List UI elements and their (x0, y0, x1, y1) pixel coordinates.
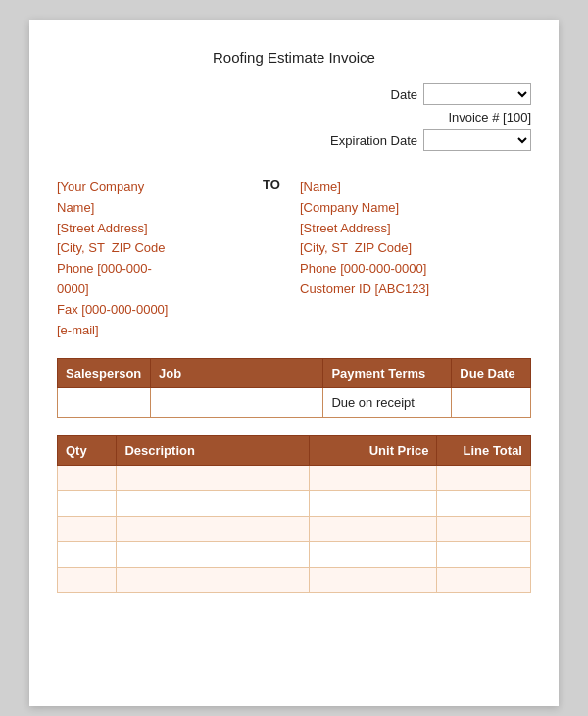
date-select[interactable] (423, 83, 531, 105)
items-row-4 (58, 568, 531, 593)
th-payment-terms: Payment Terms (323, 359, 452, 388)
items-row-3 (58, 542, 531, 568)
th-qty: Qty (58, 436, 117, 466)
items-cell-unit_price-1[interactable] (309, 491, 437, 517)
from-line-2: Name] (57, 198, 263, 219)
sales-job-cell[interactable] (151, 388, 323, 418)
items-cell-qty-0[interactable] (58, 466, 117, 491)
from-line-8: [e-mail] (57, 321, 263, 341)
items-row-1 (58, 491, 531, 517)
from-line-1: [Your Company (57, 178, 263, 198)
sales-duedate-cell[interactable] (452, 388, 531, 418)
items-cell-description-1[interactable] (117, 491, 309, 517)
date-row: Date (391, 83, 531, 105)
sales-salesperson-cell[interactable] (58, 388, 151, 418)
addresses-section: [Your Company Name] [Street Address] [Ci… (57, 178, 531, 340)
invoice-row: Invoice # [100] (448, 110, 531, 125)
to-line-2: [Company Name] (300, 198, 531, 219)
items-cell-unit_price-2[interactable] (309, 517, 437, 542)
items-cell-unit_price-4[interactable] (309, 568, 437, 593)
items-cell-description-4[interactable] (117, 568, 309, 593)
to-line-4: [City, ST ZIP Code] (300, 238, 531, 259)
sales-header-row: Salesperson Job Payment Terms Due Date (58, 359, 531, 388)
invoice-num-text: Invoice # [100] (448, 110, 531, 125)
items-cell-unit_price-3[interactable] (309, 542, 437, 568)
to-address: [Name] [Company Name] [Street Address] [… (300, 178, 531, 340)
to-label: TO (263, 178, 300, 340)
items-cell-line_total-4[interactable] (437, 568, 531, 593)
sales-table: Salesperson Job Payment Terms Due Date D… (57, 358, 531, 418)
items-cell-description-3[interactable] (117, 542, 309, 568)
th-due-date: Due Date (452, 359, 531, 388)
th-line-total: Line Total (437, 436, 531, 466)
from-line-6: 0000] (57, 280, 263, 300)
header-right: Date Invoice # [100] Expiration Date (57, 83, 531, 156)
th-salesperson: Salesperson (58, 359, 151, 388)
items-cell-qty-2[interactable] (58, 517, 117, 542)
invoice-page: Roofing Estimate Invoice Date Invoice # … (29, 20, 559, 706)
to-line-1: [Name] (300, 178, 531, 198)
th-unit-price: Unit Price (309, 436, 437, 466)
expiration-label: Expiration Date (330, 133, 417, 148)
expiration-select[interactable] (423, 129, 531, 151)
items-cell-line_total-2[interactable] (437, 517, 531, 542)
expiration-input-wrap[interactable] (423, 129, 531, 151)
sales-data-row: Due on receipt (58, 388, 531, 418)
items-cell-description-2[interactable] (117, 517, 309, 542)
th-job: Job (151, 359, 323, 388)
to-line-5: Phone [000-000-0000] (300, 259, 531, 280)
date-input-wrap[interactable] (423, 83, 531, 105)
items-cell-line_total-0[interactable] (437, 466, 531, 491)
expiration-row: Expiration Date (330, 129, 531, 151)
date-label: Date (391, 87, 417, 102)
items-cell-line_total-3[interactable] (437, 542, 531, 568)
from-address: [Your Company Name] [Street Address] [Ci… (57, 178, 263, 340)
items-row-0 (58, 466, 531, 491)
to-line-6: Customer ID [ABC123] (300, 280, 531, 300)
items-cell-line_total-1[interactable] (437, 491, 531, 517)
to-line-3: [Street Address] (300, 219, 531, 239)
items-cell-qty-4[interactable] (58, 568, 117, 593)
items-row-2 (58, 517, 531, 542)
from-line-3: [Street Address] (57, 219, 263, 239)
items-header-row: Qty Description Unit Price Line Total (58, 436, 531, 466)
items-cell-unit_price-0[interactable] (309, 466, 437, 491)
from-line-7: Fax [000-000-0000] (57, 300, 263, 321)
document-title: Roofing Estimate Invoice (57, 49, 531, 66)
from-line-5: Phone [000-000- (57, 259, 263, 280)
from-line-4: [City, ST ZIP Code (57, 238, 263, 259)
items-cell-qty-1[interactable] (58, 491, 117, 517)
items-cell-qty-3[interactable] (58, 542, 117, 568)
items-cell-description-0[interactable] (117, 466, 309, 491)
sales-payment-cell: Due on receipt (323, 388, 452, 418)
items-table: Qty Description Unit Price Line Total (57, 435, 531, 593)
th-description: Description (117, 436, 309, 466)
